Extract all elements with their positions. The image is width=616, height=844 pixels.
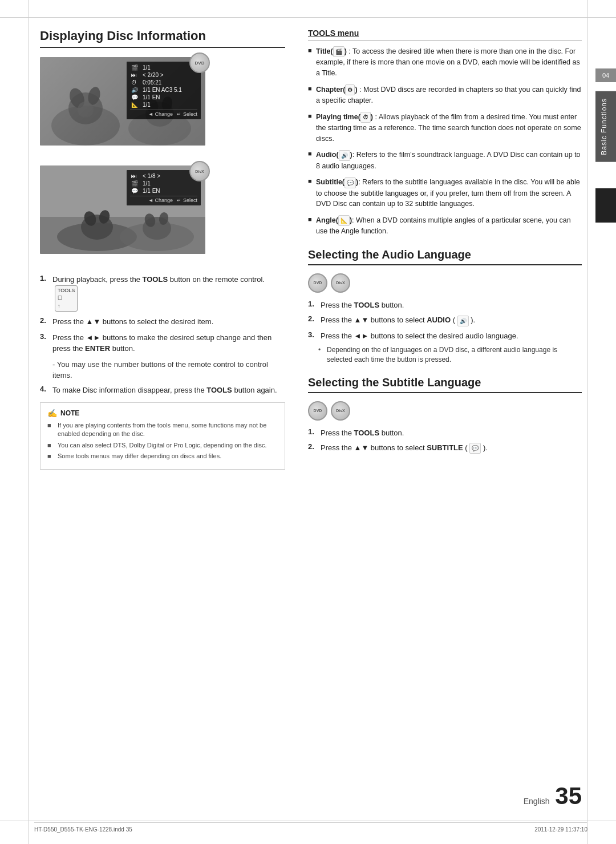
dvd-badge: DVD <box>189 53 210 73</box>
divx-info-overlay: ⏭< 1/8 > 🎬1/1 💬1/1 EN ◄ Change ↵ Select <box>127 170 201 205</box>
divx-screen: ⏭< 1/8 > 🎬1/1 💬1/1 EN ◄ Change ↵ Select <box>40 165 205 254</box>
subtitle-select-icon: 💬 <box>469 443 481 454</box>
chapter-icon: ⚙ <box>345 84 355 95</box>
main-layout: Displaying Disc Information <box>40 23 582 821</box>
audio-step-2: 2. Press the ▲▼ buttons to select AUDIO … <box>308 314 582 326</box>
menu-item-audio: ■ Audio(🔊): Refers to the film's soundtr… <box>308 150 582 171</box>
audio-step-3: 3. Press the ◄► buttons to select the de… <box>308 330 582 342</box>
subtitle-dvd-badge: DVD <box>308 401 327 421</box>
time-icon: ⏱ <box>360 112 371 123</box>
page-number-block: English 35 <box>524 782 582 810</box>
subtitle-badge-row: DVD DivX <box>308 401 582 421</box>
step-2: 2. Press the ▲▼ buttons to select the de… <box>40 316 285 328</box>
english-label: English <box>524 797 550 806</box>
tools-remote-icon: TOOLS☐↑ <box>55 285 78 312</box>
audio-step-1: 1. Press the TOOLS button. <box>308 300 582 311</box>
menu-item-title: ■ Title(🎬) : To access the desired title… <box>308 46 582 79</box>
dvd-info-overlay: 🎬1/1 ⏭< 2/20 > ⏱0:05:21 🔊1/1 EN AC3 5.1 … <box>127 62 201 119</box>
note-section: ✍ NOTE ■ If you are playing contents fro… <box>40 402 285 470</box>
menu-item-angle: ■ Angle(📐): When a DVD contains multiple… <box>308 215 582 237</box>
left-column: Displaying Disc Information <box>40 23 285 821</box>
tools-menu-title: TOOLS menu <box>308 29 582 41</box>
dvd-image-block: 🎬1/1 ⏭< 2/20 > ⏱0:05:21 🔊1/1 EN AC3 5.1 … <box>40 57 285 155</box>
footer-right: 2011-12-29 11:37:10 <box>534 826 587 833</box>
subtitle-steps: 1. Press the TOOLS button. 2. Press the … <box>308 427 582 454</box>
subtitle-section-title: Selecting the Subtitle Language <box>308 376 582 393</box>
title-icon: 🎬 <box>333 46 345 57</box>
audio-dvd-badge: DVD <box>308 273 327 293</box>
right-column: TOOLS menu ■ Title(🎬) : To access the de… <box>308 23 582 821</box>
section-title: Displaying Disc Information <box>40 29 285 48</box>
menu-item-subtitle: ■ Subtitle(💬): Refers to the subtitle la… <box>308 177 582 209</box>
note-item-3: ■ Some tools menus may differ depending … <box>47 452 278 461</box>
subtitle-step-1: 1. Press the TOOLS button. <box>308 427 582 439</box>
menu-item-playing-time: ■ Playing time(⏱) : Allows playback of t… <box>308 112 582 144</box>
audio-steps: 1. Press the TOOLS button. 2. Press the … <box>308 300 582 365</box>
svg-point-5 <box>78 102 94 118</box>
page-container: Displaying Disc Information <box>0 0 616 844</box>
note-title: ✍ NOTE <box>47 409 278 418</box>
audio-select-icon: 🔊 <box>457 316 469 326</box>
step-3: 3. Press the ◄► buttons to make the desi… <box>40 332 285 354</box>
angle-icon: 📐 <box>338 215 350 226</box>
sub-step: - You may use the number buttons of the … <box>52 359 285 381</box>
menu-item-chapter: ■ Chapter(⚙) : Most DVD discs are record… <box>308 84 582 106</box>
audio-badge-row: DVD DivX <box>308 273 582 293</box>
subtitle-divx-badge: DivX <box>331 401 350 421</box>
audio-icon: 🔊 <box>339 150 350 161</box>
note-item-2: ■ You can also select DTS, Dolby Digital… <box>47 441 278 450</box>
audio-note: • Depending on the of languages on a DVD… <box>318 345 582 365</box>
note-item-1: ■ If you are playing contents from the t… <box>47 421 278 439</box>
divx-badge: DivX <box>189 161 210 181</box>
audio-section-title: Selecting the Audio Language <box>308 248 582 265</box>
subtitle-step-2: 2. Press the ▲▼ buttons to select SUBTIT… <box>308 442 582 454</box>
divx-image-block: ⏭< 1/8 > 🎬1/1 💬1/1 EN ◄ Change ↵ Select … <box>40 165 285 264</box>
page-number: 35 <box>555 782 582 809</box>
footer-left: HT-D550_D555-TK-ENG-1228.indd 35 <box>34 826 132 833</box>
step-1: 1. During playback, press the TOOLS butt… <box>40 274 285 312</box>
dvd-screen: 🎬1/1 ⏭< 2/20 > ⏱0:05:21 🔊1/1 EN AC3 5.1 … <box>40 57 205 146</box>
step-4: 4. To make Disc information disappear, p… <box>40 385 285 396</box>
steps-section: 1. During playback, press the TOOLS butt… <box>40 274 285 395</box>
audio-divx-badge: DivX <box>331 273 350 293</box>
subtitle-icon: 💬 <box>345 177 356 188</box>
page-footer: HT-D550_D555-TK-ENG-1228.indd 35 2011-12… <box>34 822 587 833</box>
